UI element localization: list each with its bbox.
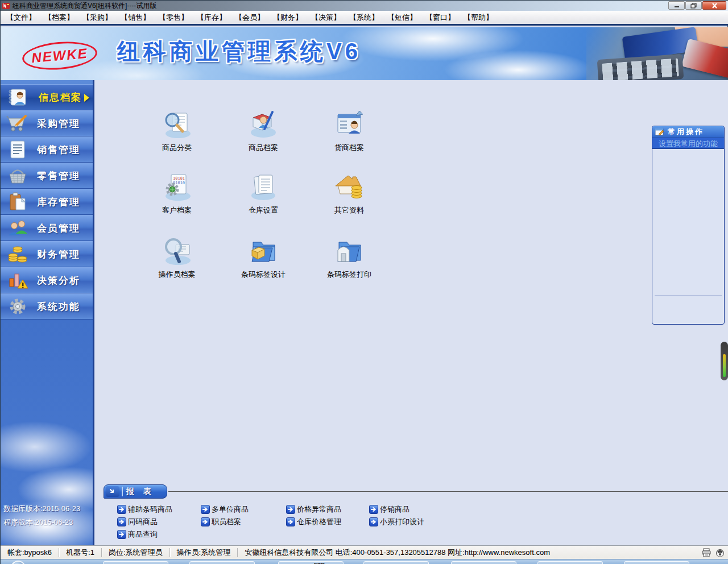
feature-supplier-archive[interactable]: 货商档案: [307, 110, 392, 153]
start-orb-icon[interactable]: [11, 561, 26, 564]
version-info: 数据库版本:2015-06-23 程序版本:2015-06-23: [3, 502, 80, 529]
slider-level-bar: [723, 354, 726, 377]
report-link-product-query[interactable]: 商品查询: [117, 529, 158, 540]
reports-divider: [168, 491, 728, 492]
menu-bar: 【文件】 【档案】 【采购】 【销售】 【零售】 【库存】 【会员】 【财务】 …: [1, 11, 728, 26]
product-archive-icon: [247, 110, 279, 139]
feature-label: 仓库设置: [221, 205, 306, 215]
restore-button[interactable]: [685, 1, 702, 10]
menu-inventory[interactable]: 【库存】: [197, 13, 226, 23]
taskbar-button[interactable]: FTP: [278, 561, 344, 564]
feature-product-archive[interactable]: 商品档案: [221, 110, 306, 153]
menu-help[interactable]: 【帮助】: [464, 13, 493, 23]
customer-archive-icon: 10101 01010: [161, 172, 193, 202]
close-icon: [712, 3, 718, 9]
report-link-label: 多单位商品: [212, 504, 249, 515]
menu-sms[interactable]: 【短信】: [387, 13, 417, 23]
set-common-functions-link[interactable]: 设置我常用的功能: [652, 138, 724, 149]
taskbar-button[interactable]: [103, 561, 168, 564]
reports-arrow-icon: [106, 486, 119, 497]
menu-file[interactable]: 【文件】: [6, 13, 36, 23]
report-link-aux-barcode[interactable]: 辅助条码商品: [117, 504, 172, 515]
report-link-staff-archive[interactable]: 职员档案: [201, 517, 241, 527]
panel-divider: [655, 296, 722, 296]
analysis-chart-icon: [6, 271, 29, 290]
status-bar: 帐套:byposk6 机器号:1 岗位:系统管理员 操作员:系统管理 安徽纽科信…: [1, 545, 728, 559]
sidebar-item-analysis[interactable]: 决策分析: [1, 267, 93, 293]
menu-archive[interactable]: 【档案】: [44, 13, 74, 23]
feature-other-data[interactable]: 其它资料: [307, 172, 392, 215]
close-button[interactable]: [702, 1, 726, 10]
supplier-archive-icon: [333, 110, 365, 139]
barcode-label-design-icon: [247, 237, 279, 266]
members-people-icon: [6, 218, 29, 238]
reports-tab[interactable]: 报 表: [104, 484, 167, 499]
sidebar-item-label: 会员管理: [29, 222, 88, 235]
feature-warehouse-settings[interactable]: 仓库设置: [221, 172, 306, 215]
sidebar-item-label: 财务管理: [29, 248, 88, 261]
sidebar-item-retail[interactable]: 零售管理: [1, 163, 93, 189]
report-link-warehouse-price[interactable]: 仓库价格管理: [286, 517, 341, 527]
arrow-right-icon: [201, 517, 210, 526]
system-gear-icon: [6, 297, 29, 316]
menu-purchase[interactable]: 【采购】: [82, 13, 112, 23]
report-link-discontinued[interactable]: 停销商品: [369, 504, 410, 515]
feature-product-category[interactable]: 商品分类: [134, 110, 220, 153]
sidebar-item-label: 采购管理: [29, 117, 88, 130]
menu-members[interactable]: 【会员】: [235, 13, 264, 23]
status-operator: 操作员:系统管理: [170, 548, 238, 558]
application-window: 纽科商业管理系统商贸通V6[纽科软件]----试用版 【文件】 【档案】 【采购…: [0, 0, 728, 564]
feature-label: 商品档案: [221, 143, 306, 153]
inventory-clipboard-icon: [6, 192, 29, 212]
banner-photo: [586, 27, 728, 80]
feature-label: 条码标签设计: [221, 269, 306, 280]
report-link-multi-unit[interactable]: 多单位商品: [201, 504, 249, 515]
header-banner: NEWKE 纽科商业管理系统V6 总部版本 系统管理 下午好！今天是:2015年…: [1, 27, 728, 80]
menu-system[interactable]: 【系统】: [349, 13, 379, 23]
menu-retail[interactable]: 【零售】: [159, 13, 188, 23]
feature-customer-archive[interactable]: 10101 01010 客户档案: [134, 172, 220, 215]
separator: [122, 487, 123, 496]
taskbar-button[interactable]: [363, 561, 429, 564]
feature-label: 客户档案: [134, 205, 220, 215]
report-link-price-abnormal[interactable]: 价格异常商品: [286, 504, 341, 515]
sidebar-item-info-archive[interactable]: 信息档案: [1, 84, 93, 110]
taskbar-button[interactable]: [451, 561, 516, 564]
report-link-label: 仓库价格管理: [297, 517, 341, 527]
arrow-right-icon: [369, 517, 378, 526]
app-icon: [2, 2, 10, 10]
taskbar-button[interactable]: [624, 561, 689, 564]
feature-barcode-label-print[interactable]: 条码标签打印: [307, 237, 392, 280]
edit-window-icon: [655, 128, 664, 136]
sidebar-item-label: 零售管理: [29, 169, 88, 183]
window-title: 纽科商业管理系统商贸通V6[纽科软件]----试用版: [13, 1, 156, 11]
sidebar-item-inventory[interactable]: 库存管理: [1, 189, 93, 215]
menu-sales[interactable]: 【销售】: [121, 13, 150, 23]
sidebar-item-label: 信息档案: [29, 91, 92, 104]
feature-barcode-label-design[interactable]: 条码标签设计: [221, 237, 306, 280]
feature-operator-archive[interactable]: 操作员档案: [134, 237, 220, 280]
arrow-right-icon: [369, 505, 378, 514]
sidebar-item-system[interactable]: 系统功能: [1, 293, 93, 320]
menu-window[interactable]: 【窗口】: [425, 13, 455, 23]
sidebar-item-purchase[interactable]: 采购管理: [1, 110, 93, 136]
sidebar-item-finance[interactable]: 财务管理: [1, 241, 93, 267]
system-title: 纽科商业管理系统V6: [117, 36, 361, 67]
scroll-slider[interactable]: [721, 342, 728, 380]
sidebar-item-members[interactable]: 会员管理: [1, 215, 93, 241]
taskbar-button[interactable]: [189, 561, 255, 564]
phone-icon[interactable]: [715, 548, 725, 557]
report-link-same-code[interactable]: 同码商品: [117, 517, 158, 527]
sidebar-item-sales[interactable]: 销售管理: [1, 136, 93, 163]
menu-finance[interactable]: 【财务】: [273, 13, 303, 23]
minimize-icon: [674, 3, 680, 8]
taskbar-button[interactable]: [537, 561, 603, 564]
db-version: 数据库版本:2015-06-23: [3, 502, 80, 516]
menu-decision[interactable]: 【决策】: [311, 13, 341, 23]
printer-icon[interactable]: [701, 548, 712, 557]
report-link-receipt-design[interactable]: 小票打印设计: [369, 517, 424, 527]
purchase-cart-icon: [6, 114, 29, 133]
svg-text:10101: 10101: [173, 176, 185, 181]
minimize-button[interactable]: [668, 1, 685, 10]
windows-taskbar: FTP: [1, 559, 728, 564]
